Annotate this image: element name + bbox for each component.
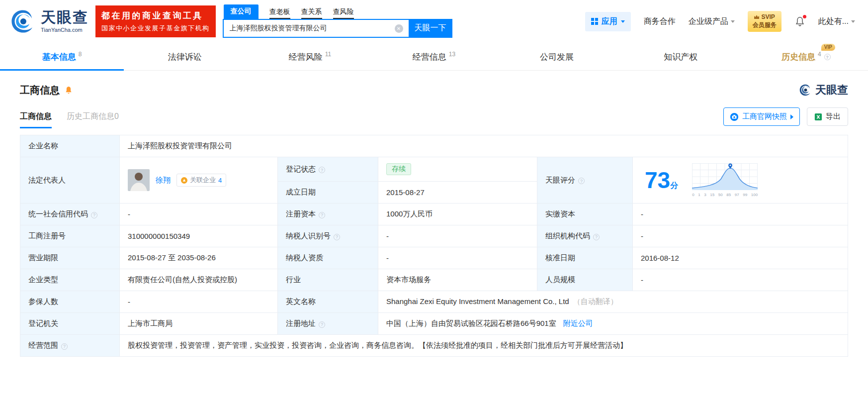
field-value-score: 73分 [633, 157, 848, 204]
slogan-banner: 都在用的商业查询工具 国家中小企业发展子基金旗下机构 [95, 5, 216, 37]
field-value-taxpayer-id: - [378, 225, 537, 247]
search-tab-risk[interactable]: 查风险 [333, 7, 354, 19]
tianyancha-logo[interactable]: 天眼查 TianYanCha.com [10, 8, 88, 34]
help-icon[interactable] [319, 212, 325, 218]
field-value-company-type: 有限责任公司(自然人投资或控股) [120, 269, 278, 291]
search-tab-boss[interactable]: 查老板 [269, 7, 290, 19]
section-title: 工商信息 [20, 84, 60, 97]
subtab-business-info[interactable]: 工商信息 [20, 111, 52, 122]
subtab-actions: 工商官网快照 导出 [723, 107, 848, 126]
tab-company-development[interactable]: 公司发展 [496, 44, 620, 70]
score-chart-axis: 01 315 5085 9799 100 [692, 193, 758, 197]
help-icon[interactable] [319, 321, 325, 328]
nav-business-cooperation[interactable]: 商务合作 [644, 16, 676, 27]
tab-operation-info[interactable]: 经营信息 13 [372, 44, 496, 70]
notification-bell[interactable] [794, 16, 805, 27]
field-value-business-term: 2015-08-27 至 2035-08-26 [120, 247, 278, 269]
field-value-insured: - [120, 291, 278, 313]
alert-bell-icon[interactable] [64, 86, 73, 95]
legal-rep-avatar[interactable] [128, 169, 150, 191]
subtab-history-business-info[interactable]: 历史工商信息0 [67, 111, 119, 122]
auto-translate-note: （自动翻译） [573, 297, 618, 306]
score-value: 73 [645, 167, 670, 193]
table-row: 营业期限 2015-08-27 至 2035-08-26 纳税人资质 - 核准日… [20, 247, 848, 269]
tab-label: 经营信息 [413, 51, 446, 63]
nav-enterprise-products[interactable]: 企业级产品 [689, 16, 735, 27]
field-value-reg-status: 存续 [378, 157, 537, 182]
help-icon[interactable] [61, 343, 68, 350]
table-row: 工商注册号 310000000150349 纳税人识别号 - 组织机构代码 - [20, 225, 848, 247]
tab-operation-risk[interactable]: 经营风险 11 [248, 44, 372, 70]
user-menu-label: 此处有... [818, 16, 849, 27]
score-distribution-chart [692, 163, 758, 190]
tab-label: 基本信息 [42, 51, 76, 63]
help-icon[interactable] [319, 167, 325, 173]
search-tab-company[interactable]: 查公司 [224, 4, 259, 19]
help-icon[interactable] [593, 234, 600, 240]
field-label-established: 成立日期 [278, 182, 378, 204]
table-row: 企业名称 上海泽熙股权投资管理有限公司 [20, 135, 848, 157]
tab-basic-info[interactable]: 基本信息 8 [0, 44, 124, 70]
user-menu[interactable]: 此处有... [818, 16, 855, 27]
related-companies-tag[interactable]: 关联企业 4 [176, 174, 226, 187]
field-value-paid-capital: - [633, 204, 848, 225]
field-value-taxpayer-quality: - [378, 247, 537, 269]
export-button[interactable]: 导出 [807, 107, 848, 126]
slogan-line2: 国家中小企业发展子基金旗下机构 [101, 24, 210, 33]
field-label-address: 注册地址 [278, 313, 378, 335]
excel-icon [814, 113, 822, 121]
table-row: 统一社会信用代码 - 注册资本 1000万人民币 实缴资本 - [20, 204, 848, 225]
slogan-line1: 都在用的商业查询工具 [101, 10, 210, 21]
field-label-reg-authority: 登记机关 [20, 313, 120, 335]
help-icon[interactable] [334, 234, 340, 240]
chevron-down-icon [621, 20, 625, 23]
search-row: 天眼一下 [223, 19, 452, 38]
help-icon[interactable] [91, 212, 97, 218]
apps-grid-icon [591, 18, 598, 25]
watermark-logo-icon [799, 84, 812, 97]
table-row: 企业类型 有限责任公司(自然人投资或控股) 行业 资本市场服务 人员规模 - [20, 269, 848, 291]
tab-legal-litigation[interactable]: 法律诉讼 [124, 44, 248, 70]
chevron-down-icon [731, 20, 735, 23]
related-companies-count: 4 [218, 177, 222, 184]
svip-sublabel: 会员服务 [753, 21, 777, 29]
crown-icon [754, 14, 760, 19]
tab-label: 法律诉讼 [168, 51, 202, 63]
apps-menu-button[interactable]: 应用 [585, 12, 631, 31]
search-button[interactable]: 天眼一下 [409, 19, 452, 38]
chevron-down-icon [851, 20, 855, 23]
export-label: 导出 [826, 112, 841, 121]
svip-membership-badge[interactable]: SVIP 会员服务 [748, 11, 781, 32]
tab-count: 4 [818, 51, 821, 58]
table-row: 参保人数 - 英文名称 Shanghai Zexi Equity Investm… [20, 291, 848, 313]
notification-dot [803, 15, 806, 18]
help-icon[interactable] [824, 54, 831, 60]
tab-history-info[interactable]: 历史信息 VIP 4 [744, 44, 868, 70]
tab-label: 历史信息 [781, 51, 815, 63]
watermark-text: 天眼查 [815, 83, 848, 98]
score-number-group: 73分 [645, 169, 678, 192]
legal-rep-name-link[interactable]: 徐翔 [156, 176, 171, 185]
status-badge: 存续 [386, 163, 411, 175]
related-company-icon [181, 177, 187, 184]
field-label-reg-number: 工商注册号 [20, 225, 120, 247]
search-tab-relation[interactable]: 查关系 [301, 7, 322, 19]
field-label-company-name: 企业名称 [20, 135, 120, 157]
official-snapshot-button[interactable]: 工商官网快照 [723, 107, 800, 126]
field-value-credit-code: - [120, 204, 278, 225]
field-label-credit-code: 统一社会信用代码 [20, 204, 120, 225]
arrow-right-icon [790, 114, 793, 119]
apps-menu-label: 应用 [602, 16, 617, 27]
field-label-english-name: 英文名称 [278, 291, 378, 313]
search-input[interactable] [223, 19, 409, 38]
clear-icon[interactable] [395, 24, 403, 33]
field-value-org-code: - [633, 225, 848, 247]
tab-label: 公司发展 [540, 51, 574, 63]
main-tabbar: 基本信息 8 法律诉讼 经营风险 11 经营信息 13 公司发展 知识产权 历史… [0, 44, 868, 71]
tab-intellectual-property[interactable]: 知识产权 [620, 44, 744, 70]
nearby-companies-link[interactable]: 附近公司 [563, 319, 593, 327]
help-icon[interactable] [578, 178, 585, 184]
field-label-paid-capital: 实缴资本 [537, 204, 633, 225]
table-row: 经营范围 股权投资管理，投资管理，资产管理，实业投资，投资咨询，企业咨询，商务信… [20, 335, 848, 357]
official-snapshot-label: 工商官网快照 [742, 112, 787, 121]
